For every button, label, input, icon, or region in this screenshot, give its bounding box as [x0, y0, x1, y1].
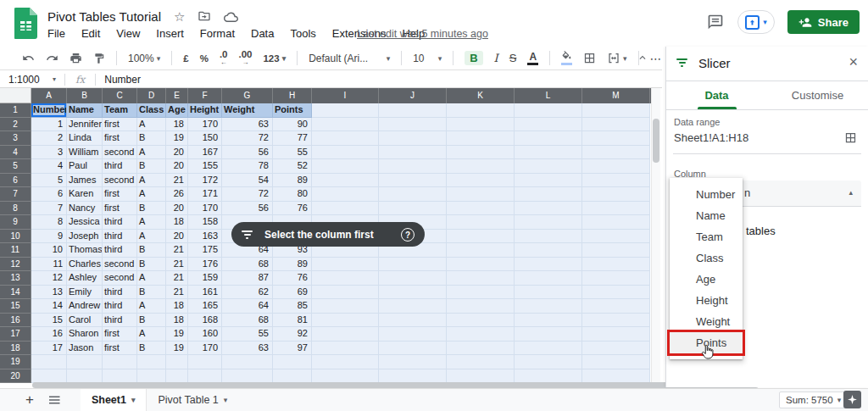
cell[interactable]: 18	[166, 314, 188, 328]
cell[interactable]	[31, 369, 67, 384]
cell[interactable]	[447, 174, 515, 188]
cell[interactable]: 10	[31, 243, 67, 258]
cell[interactable]: A	[137, 327, 166, 342]
cell[interactable]	[515, 271, 582, 286]
cell[interactable]: 176	[188, 258, 222, 272]
cell[interactable]: B	[137, 286, 166, 300]
cell[interactable]	[312, 271, 379, 286]
cell[interactable]: 56	[222, 202, 273, 216]
sum-badge[interactable]: Sum: 5750▾	[779, 392, 848, 408]
dropdown-item-number[interactable]: Number	[670, 184, 743, 205]
cell[interactable]	[447, 215, 515, 230]
cell[interactable]	[447, 187, 515, 202]
dropdown-item-team[interactable]: Team	[670, 226, 743, 247]
cell[interactable]	[31, 355, 67, 369]
collapse-toolbar-icon[interactable]	[637, 52, 648, 64]
cell[interactable]	[447, 243, 515, 258]
column-header-J[interactable]: J	[379, 88, 447, 103]
cell[interactable]: B	[137, 159, 166, 174]
cell[interactable]	[447, 159, 515, 174]
cell[interactable]	[515, 202, 582, 216]
cell[interactable]	[312, 131, 379, 146]
sheet-tab-pivot-table-1[interactable]: Pivot Table 1▾	[147, 389, 238, 411]
cell[interactable]	[312, 327, 379, 342]
print-icon[interactable]	[70, 52, 82, 64]
tab-data[interactable]: Data	[666, 81, 767, 109]
cell[interactable]: 97	[273, 342, 312, 356]
cell[interactable]: Andrew	[67, 299, 103, 314]
cell[interactable]	[582, 103, 650, 118]
cell[interactable]: first	[103, 131, 137, 146]
cell[interactable]	[515, 118, 582, 132]
cell[interactable]: third	[103, 159, 137, 174]
cell[interactable]: 5	[31, 174, 67, 188]
formula-input[interactable]: Number	[104, 74, 141, 86]
cell[interactable]	[582, 327, 650, 342]
comment-history-icon[interactable]	[706, 14, 725, 31]
cell[interactable]: 89	[273, 258, 312, 272]
cell[interactable]	[447, 355, 515, 369]
cell[interactable]: Sharon	[67, 327, 103, 342]
paint-format-icon[interactable]	[93, 53, 105, 64]
cell[interactable]	[312, 355, 379, 369]
cell[interactable]: 170	[188, 342, 222, 356]
cell[interactable]: Class	[137, 103, 166, 118]
cell[interactable]	[312, 159, 379, 174]
cell[interactable]: first	[103, 202, 137, 216]
horizontal-scrollbar-thumb[interactable]	[32, 382, 759, 388]
cell[interactable]	[515, 174, 582, 188]
cell[interactable]: 170	[188, 202, 222, 216]
font-size-select[interactable]: 10▾	[413, 53, 442, 64]
caret-down-icon[interactable]: ▾	[224, 396, 228, 404]
cell[interactable]	[379, 286, 447, 300]
cell[interactable]	[515, 286, 582, 300]
dropdown-item-age[interactable]: Age	[670, 269, 743, 290]
cell[interactable]	[447, 230, 515, 244]
cell[interactable]	[103, 369, 137, 384]
cell[interactable]	[582, 215, 650, 230]
cell[interactable]: 9	[31, 230, 67, 244]
decrease-decimal-button[interactable]: .0←	[220, 51, 228, 66]
cell[interactable]: 90	[273, 118, 312, 132]
cell[interactable]	[312, 286, 379, 300]
row-header-7[interactable]: 7	[0, 187, 31, 202]
cell[interactable]: 78	[222, 159, 273, 174]
column-header-D[interactable]: D	[137, 88, 166, 103]
row-header-18[interactable]: 18	[0, 342, 31, 356]
undo-icon[interactable]	[22, 52, 35, 64]
cell[interactable]	[582, 243, 650, 258]
column-header-H[interactable]: H	[273, 88, 312, 103]
cell[interactable]	[67, 369, 103, 384]
cell[interactable]: 68	[222, 258, 273, 272]
cell[interactable]: Height	[188, 103, 222, 118]
column-header-K[interactable]: K	[447, 88, 515, 103]
caret-down-icon[interactable]: ▾	[53, 75, 56, 83]
cell[interactable]: 171	[188, 187, 222, 202]
all-sheets-menu-icon[interactable]	[49, 395, 62, 406]
cell[interactable]	[447, 299, 515, 314]
cell[interactable]	[379, 355, 447, 369]
cell[interactable]: 21	[166, 286, 188, 300]
cell[interactable]: A	[137, 299, 166, 314]
cell[interactable]: B	[137, 131, 166, 146]
cell[interactable]	[447, 202, 515, 216]
menu-data[interactable]: Data	[251, 27, 274, 40]
cell[interactable]: Thomas	[67, 243, 103, 258]
fill-color-button[interactable]	[561, 51, 572, 65]
menu-view[interactable]: View	[116, 27, 140, 40]
cell[interactable]	[312, 342, 379, 356]
cell[interactable]	[582, 299, 650, 314]
cell[interactable]: 76	[273, 271, 312, 286]
cell[interactable]	[379, 271, 447, 286]
cell[interactable]: 63	[222, 118, 273, 132]
cell[interactable]	[379, 314, 447, 328]
cell[interactable]: 18	[166, 215, 188, 230]
cell[interactable]: 11	[31, 258, 67, 272]
cell[interactable]	[103, 355, 137, 369]
cell[interactable]: 168	[188, 314, 222, 328]
share-button[interactable]: Share	[787, 10, 860, 34]
zoom-select[interactable]: 100% ▾	[128, 53, 160, 64]
caret-down-icon[interactable]: ▾	[131, 396, 136, 404]
cell[interactable]	[188, 355, 222, 369]
cell[interactable]: 16	[31, 327, 67, 342]
